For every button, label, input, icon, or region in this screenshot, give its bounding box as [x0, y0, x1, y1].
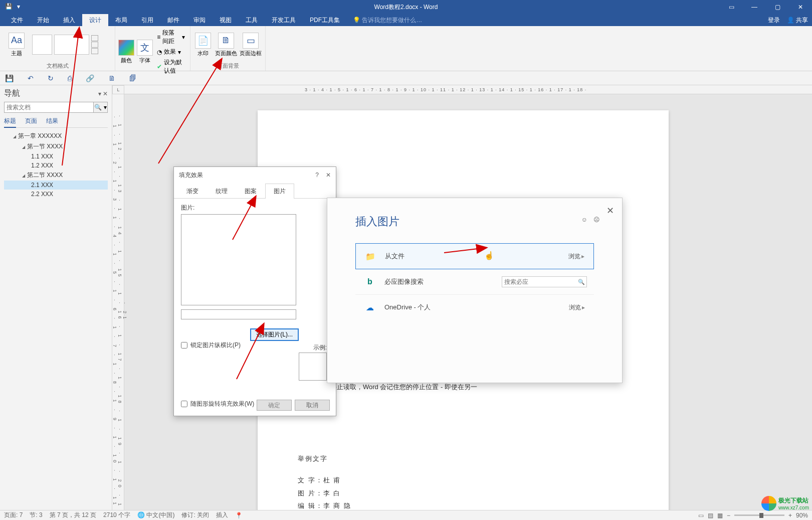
- page-color-button[interactable]: 🗎 页面颜色: [215, 28, 237, 61]
- tab-developer[interactable]: 开发工具: [265, 14, 303, 26]
- view-print-icon[interactable]: ▤: [708, 512, 713, 519]
- status-rec[interactable]: 📍: [235, 512, 243, 519]
- tell-me-box[interactable]: 💡 告诉我您想要做什么…: [353, 16, 422, 25]
- qat-arrow-icon[interactable]: ▾: [17, 3, 25, 11]
- gallery-more-icon[interactable]: [91, 48, 98, 54]
- tab-insert[interactable]: 插入: [56, 14, 82, 26]
- tree-node[interactable]: 第一章 XXXXXX: [4, 131, 108, 141]
- browse-link[interactable]: 浏览▸: [568, 252, 584, 261]
- insert-dialog-title: 插入图片: [355, 214, 609, 229]
- status-page-of[interactable]: 第 7 页，共 12 页: [50, 511, 96, 519]
- cancel-button[interactable]: 取消: [295, 400, 330, 411]
- search-icon[interactable]: 🔍: [578, 279, 585, 285]
- status-lang[interactable]: 🌐 中文(中国): [137, 511, 174, 519]
- tab-home[interactable]: 开始: [30, 14, 56, 26]
- onedrive-row[interactable]: ☁ OneDrive - 个人 浏览▸: [355, 295, 594, 320]
- gallery-up-icon[interactable]: [91, 35, 98, 41]
- select-picture-button[interactable]: 选择图片(L)...: [250, 328, 299, 341]
- share-button[interactable]: 👤 共享: [787, 16, 808, 25]
- tab-tools[interactable]: 工具: [239, 14, 265, 26]
- help-icon[interactable]: ?: [315, 171, 319, 179]
- tree-node[interactable]: 1.1 XXX: [4, 152, 108, 161]
- tab-pattern[interactable]: 图案: [236, 184, 265, 199]
- close-icon[interactable]: ✕: [606, 205, 614, 216]
- save-icon[interactable]: 💾: [5, 74, 14, 82]
- tab-references[interactable]: 引用: [134, 14, 160, 26]
- search-input[interactable]: [5, 102, 93, 112]
- rotate-checkbox[interactable]: [181, 401, 187, 407]
- nav-tab-pages[interactable]: 页面: [25, 117, 37, 125]
- redo-icon[interactable]: ↻: [48, 74, 54, 82]
- status-words[interactable]: 2710 个字: [103, 511, 130, 519]
- minimize-button[interactable]: —: [743, 0, 766, 14]
- tree-node[interactable]: 第二节 XXXX: [4, 170, 108, 181]
- from-file-row[interactable]: 📁 从文件 浏览▸: [355, 243, 594, 269]
- zoom-in-icon[interactable]: +: [788, 512, 792, 519]
- tab-review[interactable]: 审阅: [186, 14, 213, 26]
- qat-icon-5[interactable]: 🔗: [86, 74, 94, 82]
- tree-node[interactable]: 1.2 XXX: [4, 161, 108, 170]
- nav-tab-headings[interactable]: 标题: [4, 117, 16, 128]
- tab-layout[interactable]: 布局: [108, 14, 134, 26]
- nav-search[interactable]: 🔍 ▾: [4, 102, 108, 113]
- view-read-icon[interactable]: ▭: [698, 512, 704, 519]
- qat-icon-7[interactable]: 🗐: [129, 74, 136, 82]
- browse-link-2[interactable]: 浏览▸: [569, 303, 585, 312]
- para-spacing-button[interactable]: ≡ 段落间距 ▾: [155, 28, 187, 46]
- fonts-button[interactable]: 文 字体: [137, 36, 153, 69]
- tab-file[interactable]: 文件: [4, 14, 30, 26]
- picture-label: 图片:: [181, 204, 329, 212]
- zoom-slider[interactable]: [734, 514, 784, 516]
- frown-icon[interactable]: ☹: [593, 216, 600, 223]
- status-insert[interactable]: 插入: [216, 511, 228, 519]
- qat-icon-4[interactable]: ⎙: [68, 74, 72, 82]
- themes-button[interactable]: Aa 主题: [3, 28, 30, 61]
- status-section[interactable]: 节: 3: [30, 511, 42, 519]
- tab-gradient[interactable]: 渐变: [178, 184, 207, 199]
- bing-row[interactable]: b 必应图像搜索 🔍: [355, 269, 594, 295]
- gallery-down-icon[interactable]: [91, 42, 98, 48]
- lock-ratio-checkbox[interactable]: [181, 342, 187, 349]
- horizontal-ruler[interactable]: 3 · 1 · 4 · 1 · 5 · 1 · 6 · 1 · 7 · 1 · …: [124, 85, 812, 94]
- tree-node-selected[interactable]: 2.1 XXX: [4, 181, 108, 190]
- themes-icon: Aa: [9, 33, 25, 49]
- colors-button[interactable]: 颜色: [118, 36, 135, 69]
- status-page-total[interactable]: 页面: 7: [4, 511, 23, 519]
- ok-button[interactable]: 确定: [257, 400, 292, 411]
- vertical-ruler[interactable]: · 1 · 1 · 2 · 1 · 3 · 1 · 4 · 1 · 5 · 1 …: [112, 94, 124, 510]
- status-track[interactable]: 修订: 关闭: [181, 511, 209, 519]
- smile-icon[interactable]: ☺: [581, 216, 587, 223]
- tab-texture[interactable]: 纹理: [207, 184, 236, 199]
- theme-thumb-2[interactable]: [54, 35, 89, 55]
- close-window-button[interactable]: ✕: [789, 0, 812, 14]
- bing-search-input[interactable]: [502, 276, 587, 287]
- nav-close-icon[interactable]: ✕: [103, 90, 108, 97]
- tree-node[interactable]: 2.2 XXX: [4, 190, 108, 199]
- page-border-button[interactable]: ▭ 页面边框: [240, 28, 262, 61]
- zoom-out-icon[interactable]: −: [727, 512, 730, 519]
- watermark-button[interactable]: 📄 水印: [193, 28, 213, 61]
- tab-mailings[interactable]: 邮件: [160, 14, 186, 26]
- tab-picture[interactable]: 图片: [265, 184, 294, 199]
- tab-design[interactable]: 设计: [82, 14, 108, 26]
- undo-icon[interactable]: ↶: [28, 74, 34, 82]
- nav-dropdown-icon[interactable]: ▾: [98, 90, 101, 97]
- tab-view[interactable]: 视图: [213, 14, 239, 26]
- set-default-button[interactable]: ✔ 设为默认值: [155, 58, 187, 76]
- zoom-level[interactable]: 90%: [796, 512, 808, 519]
- maximize-button[interactable]: ▢: [766, 0, 789, 14]
- bing-label: 必应图像搜索: [384, 277, 502, 286]
- view-web-icon[interactable]: ▦: [717, 512, 723, 519]
- tab-pdf[interactable]: PDF工具集: [303, 14, 347, 26]
- search-icon[interactable]: 🔍 ▾: [93, 102, 107, 112]
- ribbon-display-icon[interactable]: ▭: [720, 0, 743, 14]
- qat-icon-6[interactable]: 🗎: [108, 74, 115, 82]
- nav-tab-results[interactable]: 结果: [46, 117, 58, 125]
- effects-button[interactable]: ◔ 效果 ▾: [155, 47, 187, 57]
- tree-node[interactable]: 第一节 XXXX: [4, 141, 108, 152]
- close-icon[interactable]: ✕: [326, 171, 331, 179]
- login-link[interactable]: 登录: [768, 16, 780, 25]
- picture-path-input[interactable]: [181, 309, 296, 319]
- theme-thumb-1[interactable]: [32, 35, 52, 55]
- group-label-page-bg: 页面背景: [193, 61, 262, 71]
